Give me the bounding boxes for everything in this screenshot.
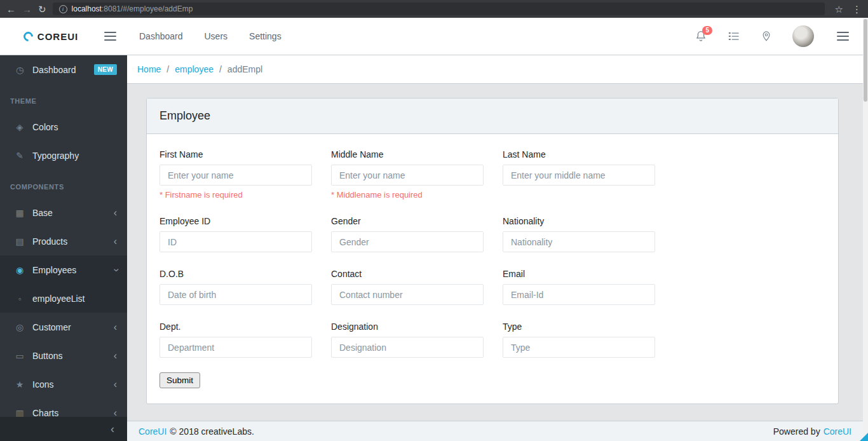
email-input[interactable] [503, 284, 655, 305]
employee-id-input[interactable] [159, 231, 312, 252]
scrollbar-thumb[interactable] [864, 19, 867, 102]
sidebar-item-label: Buttons [32, 351, 62, 361]
email-group: Email [503, 269, 655, 305]
sidebar-item-icons[interactable]: ★ Icons ‹ [0, 370, 127, 398]
field-label: Email [503, 269, 655, 279]
browser-chrome: ← → ↻ i localhost:8081/#/employee/addEmp… [0, 0, 868, 18]
user-avatar[interactable] [792, 25, 814, 47]
page-scrollbar[interactable] [863, 18, 868, 441]
sidebar-item-employees[interactable]: ◉ Employees ‹ [0, 255, 127, 284]
field-label: First Name [159, 149, 312, 159]
footer-powered-text: Powered by [773, 426, 820, 437]
sidebar-item-label: Customer [32, 322, 71, 332]
nav-item-users[interactable]: Users [205, 31, 228, 41]
corner-accent-triangle [860, 433, 868, 441]
middle-name-group: Middle Name * Middlename is required [331, 149, 484, 200]
field-label: Designation [331, 322, 484, 332]
sidebar-item-customer[interactable]: ◎ Customer ‹ [0, 313, 127, 341]
location-pin-icon[interactable] [761, 30, 772, 43]
sidebar-item-dashboard[interactable]: ◷ Dashboard NEW [0, 55, 127, 84]
card-title: Employee [147, 98, 838, 134]
dept-input[interactable] [159, 337, 312, 358]
sidebar-item-label: Employees [32, 265, 76, 275]
brand-name: COREUI [37, 31, 78, 42]
breadcrumb-employee-link[interactable]: employee [175, 64, 214, 74]
employee-card: Employee First Name * Firstname is requi… [146, 98, 839, 404]
footer-coreui-link[interactable]: CoreUI [139, 426, 166, 437]
speedometer-icon: ◷ [14, 65, 25, 75]
url-text: localhost:8081/#/employee/addEmp [72, 4, 193, 13]
url-host: localhost [72, 4, 102, 13]
star-icon: ★ [14, 379, 25, 390]
coreui-logo[interactable]: COREUI [0, 31, 102, 42]
puzzle-icon: ▦ [14, 208, 25, 218]
footer-powered-link[interactable]: CoreUI [824, 426, 851, 437]
forward-icon[interactable]: → [22, 4, 32, 14]
refresh-icon[interactable]: ↻ [38, 4, 46, 14]
site-info-icon[interactable]: i [59, 5, 67, 13]
breadcrumb-home-link[interactable]: Home [137, 64, 161, 74]
sidebar-item-colors[interactable]: ◈ Colors [0, 112, 127, 141]
first-name-input[interactable] [159, 165, 312, 186]
bookmark-star-icon[interactable]: ☆ [835, 4, 843, 14]
footer-copyright: © 2018 creativeLabs. [170, 426, 254, 437]
nationality-input[interactable] [503, 231, 655, 252]
url-path: :8081/#/employee/addEmp [102, 4, 193, 13]
nav-item-settings[interactable]: Settings [249, 31, 281, 41]
nationality-group: Nationality [503, 216, 655, 252]
field-label: Nationality [503, 216, 655, 226]
sidebar-item-base[interactable]: ▦ Base ‹ [0, 198, 127, 227]
header-actions: 5 [695, 25, 868, 47]
chevron-left-icon: ‹ [114, 351, 117, 361]
drop-icon: ◈ [14, 122, 25, 132]
field-label: Type [503, 322, 655, 332]
sidebar-item-employeelist[interactable]: ◦ employeeList [0, 284, 127, 313]
sidebar-toggler-icon[interactable] [102, 29, 119, 43]
chevron-left-icon: ‹ [114, 208, 117, 218]
back-icon[interactable]: ← [6, 4, 16, 14]
bell-icon[interactable]: 5 [695, 30, 707, 43]
chevron-down-icon: ‹ [110, 268, 120, 271]
breadcrumb-separator: / [166, 64, 169, 74]
minimizer-chevron-icon: ‹ [111, 423, 114, 436]
sidebar-item-products[interactable]: ▤ Products ‹ [0, 227, 127, 255]
sidebar-title-components: COMPONENTS [0, 170, 127, 198]
page-content: Employee First Name * Firstname is requi… [127, 84, 863, 421]
sidebar-item-buttons[interactable]: ▭ Buttons ‹ [0, 341, 127, 370]
new-badge: NEW [94, 64, 117, 75]
designation-input[interactable] [331, 337, 484, 358]
notification-badge: 5 [702, 26, 712, 35]
submit-button[interactable]: Submit [159, 372, 200, 388]
sidebar-item-label: Icons [32, 379, 53, 390]
breadcrumb-current: addEmpl [227, 64, 262, 74]
designation-group: Designation [331, 322, 484, 358]
sidebar-item-typography[interactable]: ✎ Typography [0, 141, 127, 170]
sidebar-item-label: Typography [32, 151, 79, 161]
last-name-input[interactable] [503, 165, 655, 186]
people-icon: ◉ [14, 265, 25, 275]
field-label: Dept. [159, 322, 312, 332]
pencil-icon: ✎ [14, 151, 25, 161]
field-label: Contact [331, 269, 484, 279]
aside-toggler-icon[interactable] [834, 29, 851, 43]
browser-menu-icon[interactable]: ⋮ [852, 4, 862, 14]
gender-input[interactable] [331, 231, 484, 252]
contact-input[interactable] [331, 284, 484, 305]
middle-name-error: * Middlename is required [331, 190, 484, 200]
list-icon[interactable] [728, 30, 740, 43]
address-bar[interactable]: i localhost:8081/#/employee/addEmp [53, 3, 825, 15]
sidebar-minimizer[interactable]: ‹ [0, 417, 127, 441]
nav-item-dashboard[interactable]: Dashboard [139, 31, 183, 41]
customer-icon: ◎ [14, 322, 25, 332]
dob-input[interactable] [159, 284, 312, 305]
middle-name-input[interactable] [331, 165, 484, 186]
sidebar-item-label: employeeList [32, 294, 85, 304]
type-input[interactable] [503, 337, 655, 358]
chevron-left-icon: ‹ [114, 322, 117, 332]
gender-group: Gender [331, 216, 484, 252]
field-label: D.O.B [159, 269, 312, 279]
breadcrumb-separator: / [219, 64, 222, 74]
employee-form: First Name * Firstname is required Middl… [147, 134, 838, 404]
dot-icon: ◦ [14, 294, 25, 304]
first-name-error: * Firstname is required [159, 190, 312, 200]
